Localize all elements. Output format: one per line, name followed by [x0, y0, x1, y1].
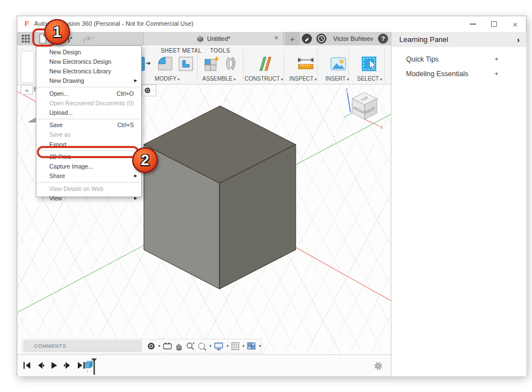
timeline-settings-gear-icon[interactable]: [374, 361, 383, 371]
menu-item-share[interactable]: Share▶: [36, 171, 141, 181]
learning-panel-title: Learning Panel: [399, 35, 448, 44]
select-group-button[interactable]: SELECT▾: [352, 76, 387, 82]
dropdown-icon: ▾: [234, 77, 236, 81]
dropdown-icon: ▾: [178, 77, 180, 81]
new-component-icon[interactable]: [203, 55, 220, 72]
look-at-tool-icon[interactable]: [163, 342, 172, 350]
document-tab-untitled[interactable]: Untitled* ×: [143, 32, 283, 45]
z-axis-label: Z: [346, 87, 348, 92]
minimize-icon: [470, 24, 476, 25]
tab-close-icon[interactable]: ×: [274, 34, 278, 42]
user-account-button[interactable]: Victor Buhteev: [333, 35, 373, 42]
pan-tool-icon[interactable]: [175, 342, 183, 351]
tab-tools[interactable]: TOOLS: [210, 48, 230, 54]
extensions-button[interactable]: [302, 34, 312, 44]
display-dropdown-icon[interactable]: ▾: [226, 344, 228, 348]
window-minimize-button[interactable]: [462, 16, 483, 32]
fusion-logo-icon: F: [23, 20, 31, 28]
toolbar-group-clipped: [21, 51, 34, 83]
new-tab-button[interactable]: +: [285, 32, 300, 45]
timeline-go-to-start-button[interactable]: [23, 361, 31, 370]
window-maximize-button[interactable]: [483, 16, 505, 32]
modeling-essentials-label: Modeling Essentials: [406, 70, 468, 78]
menu-label: Share: [49, 172, 65, 179]
menu-item-save[interactable]: SaveCtrl+S: [36, 120, 141, 130]
tab-sheet-metal[interactable]: SHEET METAL: [161, 48, 202, 54]
viewports-icon[interactable]: [247, 342, 256, 350]
browser-collapse-button[interactable]: «: [21, 85, 33, 95]
callout-step-2: 2: [132, 147, 158, 173]
menu-item-open[interactable]: Open...Ctrl+O: [36, 88, 141, 98]
ellipsis-icon: ⋮: [152, 88, 156, 93]
menu-label: New Electronics Design: [49, 58, 111, 65]
learning-panel-header[interactable]: Learning Panel ›: [391, 32, 526, 47]
shell-icon[interactable]: [178, 55, 194, 72]
menu-label: Open Recovered Documents (0): [49, 100, 134, 106]
select-label: SELECT: [357, 76, 379, 82]
orbit-tool-icon[interactable]: [147, 342, 155, 350]
zoom-window-tool-icon[interactable]: [198, 342, 207, 351]
learning-row-modeling-essentials[interactable]: Modeling Essentials +: [391, 67, 526, 81]
view-cube[interactable]: TOP FRONT RIGHT Z X: [341, 87, 391, 130]
measure-icon[interactable]: [297, 55, 315, 72]
learning-panel: Learning Panel › Quick Tips + Modeling E…: [391, 32, 526, 376]
menu-label: Upload...: [49, 109, 73, 116]
comments-input[interactable]: [24, 340, 142, 352]
construct-label: CONSTRUCT: [245, 76, 280, 82]
help-button[interactable]: ?: [378, 34, 388, 44]
insert-image-icon[interactable]: [330, 55, 347, 72]
app-launcher-grid-icon[interactable]: [21, 34, 30, 43]
menu-label: Capture Image...: [49, 163, 93, 170]
timeline-step-back-button[interactable]: [36, 361, 45, 370]
select-icon[interactable]: [361, 55, 377, 72]
inspect-group-button[interactable]: INSPECT▾: [283, 76, 323, 82]
menu-item-capture-image[interactable]: Capture Image...: [36, 162, 141, 171]
timeline-play-button[interactable]: [50, 361, 58, 370]
menu-separator: [37, 182, 141, 183]
fillet-icon[interactable]: [157, 55, 174, 72]
dropdown-icon: ▾: [281, 77, 283, 81]
submenu-arrow-icon: ▶: [134, 174, 137, 178]
window-close-button[interactable]: ×: [505, 16, 526, 32]
display-settings-icon[interactable]: [214, 342, 223, 351]
assemble-group-button[interactable]: ASSEMBLE▾: [198, 76, 240, 82]
timeline-feature-marker[interactable]: [80, 357, 100, 375]
assemble-label: ASSEMBLE: [202, 76, 232, 82]
chevron-right-icon[interactable]: ›: [517, 35, 520, 44]
construct-group-button[interactable]: CONSTRUCT▾: [239, 76, 289, 82]
menu-item-upload[interactable]: Upload...: [36, 108, 141, 117]
grid-dropdown-icon[interactable]: ▾: [242, 344, 245, 348]
redo-button[interactable]: [82, 34, 97, 43]
menu-label: New Design: [49, 49, 81, 55]
menu-item-new-electronics-design[interactable]: New Electronics Design: [36, 57, 141, 66]
document-tab-label: Untitled*: [207, 35, 231, 42]
callout-step-1: 1: [44, 19, 70, 45]
x-axis-label: X: [380, 125, 383, 130]
menu-item-new-drawing[interactable]: New Drawing▶: [36, 76, 141, 86]
maximize-icon: [491, 21, 497, 27]
menu-item-new-design[interactable]: New Design: [36, 47, 141, 57]
menu-label: View: [49, 195, 62, 202]
insert-group-button[interactable]: INSERT▾: [320, 76, 354, 82]
expand-plus-icon[interactable]: +: [494, 55, 498, 63]
menu-item-open-recovered-documents: Open Recovered Documents (0): [36, 98, 141, 108]
construct-plane-icon[interactable]: [256, 55, 274, 72]
modify-group-button[interactable]: MODIFY▾: [146, 76, 188, 82]
zoom-dropdown-icon[interactable]: ▾: [209, 344, 212, 348]
orbit-dropdown-icon[interactable]: ▾: [158, 344, 160, 348]
menu-label: Open...: [49, 90, 68, 97]
menu-item-new-electronics-library[interactable]: New Electronics Library: [36, 66, 141, 76]
clipped-orbit-widget[interactable]: ⋮: [142, 85, 156, 96]
zoom-tool-icon[interactable]: [186, 342, 195, 351]
joint-icon[interactable]: [222, 55, 239, 72]
grid-snap-icon[interactable]: [231, 342, 240, 351]
extensions-rocket-icon: [302, 34, 312, 44]
viewports-dropdown-icon[interactable]: ▾: [259, 344, 261, 348]
menu-item-view[interactable]: View▶: [36, 193, 141, 203]
screenshot-canvas: F Autodesk Fusion 360 (Personal - Not fo…: [0, 0, 532, 392]
timeline-step-forward-button[interactable]: [63, 361, 72, 370]
expand-plus-icon[interactable]: +: [494, 70, 498, 78]
learning-row-quick-tips[interactable]: Quick Tips +: [391, 52, 526, 67]
menu-label: New Electronics Library: [49, 68, 111, 74]
job-status-button[interactable]: [316, 34, 326, 44]
